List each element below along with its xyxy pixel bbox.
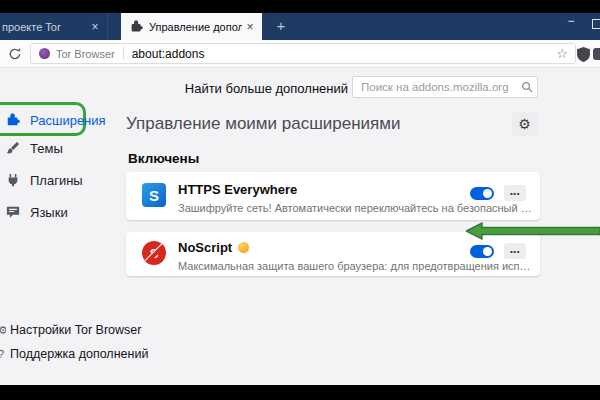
reload-icon[interactable] [8,47,22,65]
window-minimize-button[interactable]: − [562,14,580,28]
sidebar-item-label: Языки [30,205,68,220]
sidebar-item-label: Расширения [30,113,106,128]
plug-icon [6,173,21,187]
page-title: Управление моими расширениями [126,114,401,134]
tab-title: Управление дополнениями [149,21,242,33]
noscript-icon: S [142,241,166,265]
puzzle-piece-icon [130,20,143,33]
maximize-icon [592,19,600,29]
tab-title: проекте Tor [2,21,87,33]
tab-about-tor[interactable]: проекте Tor × [0,13,108,40]
extension-description: Зашифруйте сеть! Автоматически переключа… [178,202,532,214]
tab-close-icon[interactable]: × [87,20,103,34]
bookmark-star-icon[interactable]: ☆ [556,46,568,61]
tab-addons-manager[interactable]: Управление дополнениями × [121,13,262,40]
extension-enable-toggle[interactable] [470,245,494,258]
site-identity-label: Tor Browser [56,48,115,60]
toggle-knob [483,247,492,256]
https-everywhere-icon: S [142,183,166,207]
recommended-badge-icon [238,242,249,253]
urlbar-divider [123,47,124,60]
footer-link-label: Поддержка дополнений [10,347,148,361]
toolbar-overflow-icon[interactable] [593,48,600,60]
link-tor-browser-settings[interactable]: ⚙ Настройки Tor Browser [0,320,141,340]
window-maximize-button[interactable] [588,18,600,32]
sidebar-item-plugins[interactable]: Плагины [0,169,118,191]
enabled-section-heading: Включены [128,151,199,166]
addons-search-box[interactable] [352,76,538,98]
extension-enable-toggle[interactable] [470,187,494,200]
url-bar[interactable]: Tor Browser about:addons ☆ [30,43,576,64]
sidebar-item-languages[interactable]: Языки [0,201,118,223]
help-icon: ? [0,348,6,360]
extension-card-noscript[interactable]: S NoScript Максимальная защита вашего бр… [126,232,540,276]
security-shield-icon[interactable] [577,47,590,66]
puzzle-piece-icon [6,113,21,127]
sidebar-item-label: Темы [30,141,63,156]
screenshot-noise-band-bottom [0,385,600,400]
addons-search-input[interactable] [353,81,515,93]
extension-card-https-everywhere[interactable]: S HTTPS Everywhere Зашифруйте сеть! Авто… [126,172,540,220]
extension-description: Максимальная защита вашего браузера: для… [178,260,532,272]
sidebar-item-label: Плагины [30,173,83,188]
extension-name[interactable]: NoScript [178,240,232,255]
footer-link-label: Настройки Tor Browser [10,323,141,337]
more-options-button[interactable]: ••• [504,243,526,259]
find-more-addons-label: Найти больше дополнений [150,81,348,96]
url-text[interactable]: about:addons [132,47,557,61]
toggle-knob [483,189,492,198]
addons-page: Расширения Темы Плагины Языки ⚙ Настройк… [0,68,600,385]
more-options-button[interactable]: ••• [504,185,526,201]
tab-bar: проекте Tor × Управление дополнениями × … [0,13,600,40]
tor-onion-icon [39,48,50,59]
language-bubble-icon [6,205,21,219]
navigation-toolbar: Tor Browser about:addons ☆ [0,40,600,68]
sidebar-item-extensions[interactable]: Расширения [0,109,118,131]
tab-close-icon[interactable]: × [242,20,258,34]
paintbrush-icon [6,141,21,155]
extension-name[interactable]: HTTPS Everywhere [178,182,297,197]
search-icon [521,81,533,93]
gear-icon: ⚙ [0,324,6,337]
link-addons-support[interactable]: ? Поддержка дополнений [0,344,148,364]
screenshot-noise-band-top [0,0,600,13]
new-tab-button[interactable]: + [272,17,290,35]
tools-gear-button[interactable]: ⚙ [512,112,537,136]
sidebar-item-themes[interactable]: Темы [0,137,118,159]
